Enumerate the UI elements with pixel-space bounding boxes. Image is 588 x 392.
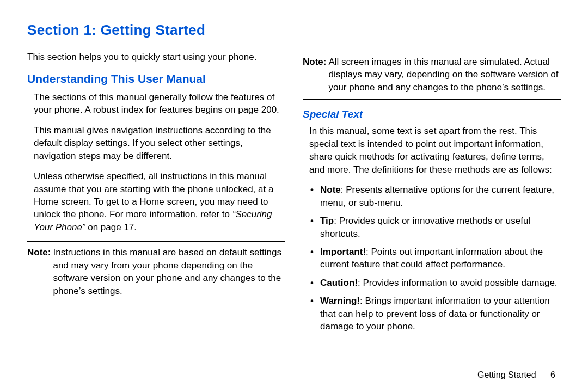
term-important: Important! bbox=[320, 247, 366, 257]
page-footer: Getting Started 6 bbox=[477, 370, 555, 380]
note-block-2: Note: All screen images in this manual a… bbox=[303, 51, 561, 100]
footer-section-label: Getting Started bbox=[477, 370, 536, 379]
understanding-p3b: on page 17. bbox=[85, 222, 137, 232]
desc-caution: : Provides information to avoid possible… bbox=[358, 278, 558, 288]
note-block-1: Note: Instructions in this manual are ba… bbox=[27, 241, 285, 303]
list-item: • Important!: Points out important infor… bbox=[310, 246, 561, 271]
bullet-icon: • bbox=[310, 277, 320, 289]
two-column-layout: This section helps you to quickly start … bbox=[27, 51, 561, 339]
note2-label: Note: bbox=[303, 56, 328, 94]
term-caution: Caution! bbox=[320, 278, 358, 288]
term-tip: Tip bbox=[320, 216, 334, 226]
section-title: Section 1: Getting Started bbox=[27, 22, 561, 39]
left-column: This section helps you to quickly start … bbox=[27, 51, 285, 339]
desc-note: : Presents alternative options for the c… bbox=[320, 185, 554, 207]
list-item: • Note: Presents alternative options for… bbox=[310, 183, 561, 209]
note2-body: All screen images in this manual are sim… bbox=[328, 56, 561, 94]
bullet-icon: • bbox=[310, 215, 320, 240]
note1-label: Note: bbox=[27, 246, 53, 297]
footer-page-number: 6 bbox=[550, 370, 555, 379]
list-item: • Warning!: Brings important information… bbox=[310, 295, 561, 333]
section-intro: This section helps you to quickly start … bbox=[27, 51, 285, 64]
right-column: Note: All screen images in this manual a… bbox=[303, 51, 561, 339]
term-note: Note bbox=[320, 185, 341, 195]
subsection-understanding-heading: Understanding This User Manual bbox=[27, 72, 285, 85]
bullet-icon: • bbox=[310, 183, 320, 209]
understanding-p1: The sections of this manual generally fo… bbox=[27, 91, 285, 117]
understanding-p2: This manual gives navigation instruction… bbox=[27, 124, 285, 162]
understanding-p3: Unless otherwise specified, all instruct… bbox=[27, 170, 285, 234]
special-text-intro: In this manual, some text is set apart f… bbox=[303, 125, 561, 176]
subsection-special-text-heading: Special Text bbox=[303, 108, 561, 120]
list-item: • Tip: Provides quick or innovative meth… bbox=[310, 215, 561, 240]
bullet-icon: • bbox=[310, 246, 320, 271]
special-text-list: • Note: Presents alternative options for… bbox=[303, 183, 561, 333]
bullet-icon: • bbox=[310, 295, 320, 333]
desc-tip: : Provides quick or innovative methods o… bbox=[320, 216, 530, 238]
note1-body: Instructions in this manual are based on… bbox=[53, 246, 285, 297]
list-item: • Caution!: Provides information to avoi… bbox=[310, 277, 561, 289]
term-warning: Warning! bbox=[320, 296, 360, 306]
